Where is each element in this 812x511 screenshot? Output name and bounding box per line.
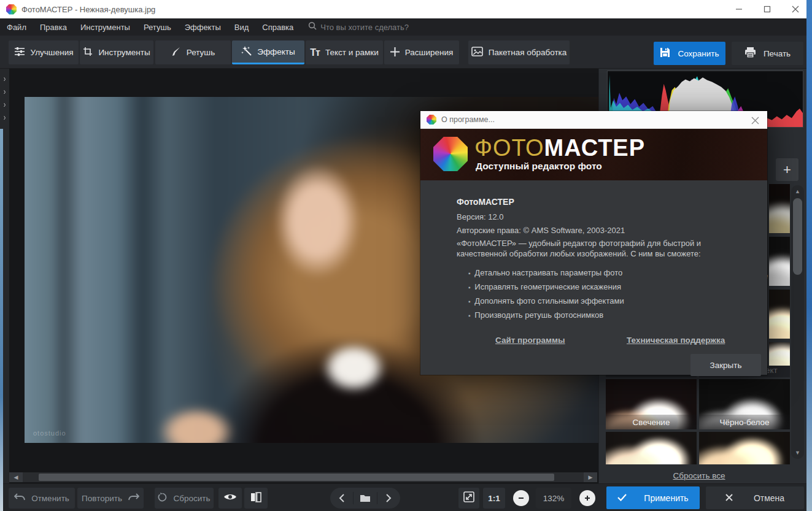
effect-thumb-glow[interactable]: Свечение (606, 379, 697, 429)
actual-size-button[interactable]: 1:1 (483, 488, 505, 509)
next-photo-button[interactable] (378, 491, 399, 505)
prev-photo-button[interactable] (331, 491, 352, 505)
app-logo-large-icon (433, 137, 468, 171)
menu-bar: Файл Правка Инструменты Ретушь Эффекты В… (0, 18, 806, 36)
save-button[interactable]: Сохранить (654, 42, 725, 65)
eye-icon (223, 493, 237, 504)
menu-tools[interactable]: Инструменты (80, 23, 130, 32)
zoom-out-button[interactable] (513, 490, 529, 506)
dialog-version: Версия: 12.0 (457, 212, 503, 221)
zoom-in-button[interactable] (579, 490, 595, 506)
dialog-close-button[interactable]: Закрыть (690, 354, 761, 376)
batch-image-icon (471, 47, 483, 58)
chevron-right-icon[interactable]: › (0, 73, 9, 83)
status-bar: Отменить Повторить Сбросить 1:1 132% (0, 483, 806, 511)
feature-item: Детально настраивать параметры фото (468, 266, 624, 280)
text-icon: Tт (310, 47, 320, 58)
feature-item: Исправлять геометрические искажения (468, 280, 624, 294)
tab-extensions[interactable]: Расширения (384, 40, 459, 64)
program-site-link[interactable]: Сайт программы (495, 336, 565, 345)
scroll-down-icon[interactable]: ▼ (791, 450, 804, 456)
menu-retouch[interactable]: Ретушь (144, 23, 171, 32)
effect-thumb-partial[interactable] (769, 184, 790, 233)
effect-thumb-partial[interactable] (606, 432, 697, 464)
x-icon (725, 493, 733, 503)
search-input[interactable] (320, 23, 455, 32)
chevron-right-icon[interactable]: › (0, 99, 9, 109)
search-icon (308, 21, 317, 33)
tab-extensions-label: Расширения (405, 48, 454, 57)
dialog-titlebar: О программе... (420, 111, 767, 129)
effect-thumb-partial[interactable] (769, 237, 790, 286)
tab-text-frames[interactable]: Tт Текст и рамки (306, 40, 383, 64)
minimize-button[interactable] (735, 6, 743, 13)
desktop-background-sliver (806, 0, 812, 511)
apply-button-label: Применить (644, 493, 688, 503)
menu-effects[interactable]: Эффекты (185, 23, 221, 32)
compare-view-button[interactable] (244, 488, 268, 509)
window-title: ФотоМАСТЕР - Нежная-девушка.jpg (21, 5, 155, 14)
reset-button-label: Сбросить (173, 494, 210, 503)
scroll-right-icon[interactable]: ▶ (584, 472, 597, 482)
dialog-app-name: ФотоМАСТЕР (457, 197, 514, 207)
effect-thumb-bw[interactable]: Чёрно-белое (699, 379, 790, 429)
menu-help[interactable]: Справка (262, 23, 293, 32)
close-button[interactable] (792, 6, 799, 13)
tab-effects[interactable]: Эффекты (232, 40, 304, 64)
effect-thumb-partial[interactable] (699, 432, 790, 464)
chevron-right-icon[interactable]: › (0, 86, 9, 96)
chevron-right-icon[interactable]: › (0, 112, 9, 122)
maximize-button[interactable] (764, 6, 771, 13)
preview-original-button[interactable] (218, 488, 242, 509)
menu-file[interactable]: Файл (7, 23, 26, 32)
scroll-left-icon[interactable]: ◀ (9, 472, 23, 482)
undo-button[interactable]: Отменить (9, 488, 75, 509)
dialog-close-icon[interactable] (749, 114, 761, 126)
dialog-feature-list: Детально настраивать параметры фото Испр… (468, 266, 624, 323)
tab-tools[interactable]: Инструменты (80, 40, 153, 64)
tech-support-link[interactable]: Техническая поддержка (627, 336, 725, 345)
magic-wand-icon (241, 45, 252, 58)
sliders-icon (14, 47, 25, 58)
hscroll-thumb[interactable] (39, 474, 554, 481)
check-icon (617, 493, 627, 503)
horizontal-scrollbar[interactable]: ◀ ▶ (9, 472, 597, 482)
save-button-label: Сохранить (678, 49, 719, 58)
reset-all-link[interactable]: Сбросить все (673, 471, 725, 480)
brand-part2: МАСТЕР (544, 135, 646, 161)
fit-screen-button[interactable] (458, 488, 479, 509)
scroll-up-icon[interactable]: ▲ (791, 188, 804, 194)
tab-retouch[interactable]: Ретушь (155, 40, 231, 64)
photo-navigator (330, 488, 400, 509)
tab-effects-label: Эффекты (257, 47, 295, 56)
print-button[interactable]: Печать (732, 42, 803, 65)
vscroll-thumb[interactable] (793, 198, 802, 275)
apply-button[interactable]: Применить (606, 486, 700, 509)
photo-watermark: otostudio (33, 429, 66, 437)
folder-icon[interactable] (355, 491, 376, 505)
dialog-body: ФотоМАСТЕР Версия: 12.0 Авторские права:… (420, 180, 767, 375)
effect-thumb-partial[interactable] (769, 290, 790, 339)
reset-button[interactable]: Сбросить (155, 488, 214, 509)
brand-tagline: Доступный редактор фото (476, 161, 602, 172)
crop-icon (83, 47, 93, 58)
menu-edit[interactable]: Правка (40, 23, 67, 32)
tab-batch[interactable]: Пакетная обработка (468, 40, 570, 64)
save-icon (660, 47, 670, 60)
cancel-button-label: Отмена (754, 493, 784, 503)
dialog-title: О программе... (441, 115, 495, 124)
window-titlebar: ФотоМАСТЕР - Нежная-девушка.jpg (0, 0, 806, 18)
add-preset-button[interactable]: + (776, 158, 798, 181)
effect-thumb-partial[interactable] (769, 342, 790, 368)
desktop-background-sliver (0, 129, 3, 511)
zoom-level: 132% (536, 488, 571, 509)
plus-icon (390, 47, 400, 58)
printer-icon (744, 47, 756, 60)
vertical-scrollbar[interactable]: ▲ ▼ (791, 185, 804, 459)
tab-enhance[interactable]: Улучшения (9, 40, 79, 64)
cancel-button[interactable]: Отмена (706, 486, 804, 509)
menu-view[interactable]: Вид (234, 23, 249, 32)
dialog-copyright: Авторские права: © AMS Software, 2003-20… (457, 226, 625, 235)
print-button-label: Печать (764, 49, 791, 58)
redo-button[interactable]: Повторить (77, 488, 144, 509)
